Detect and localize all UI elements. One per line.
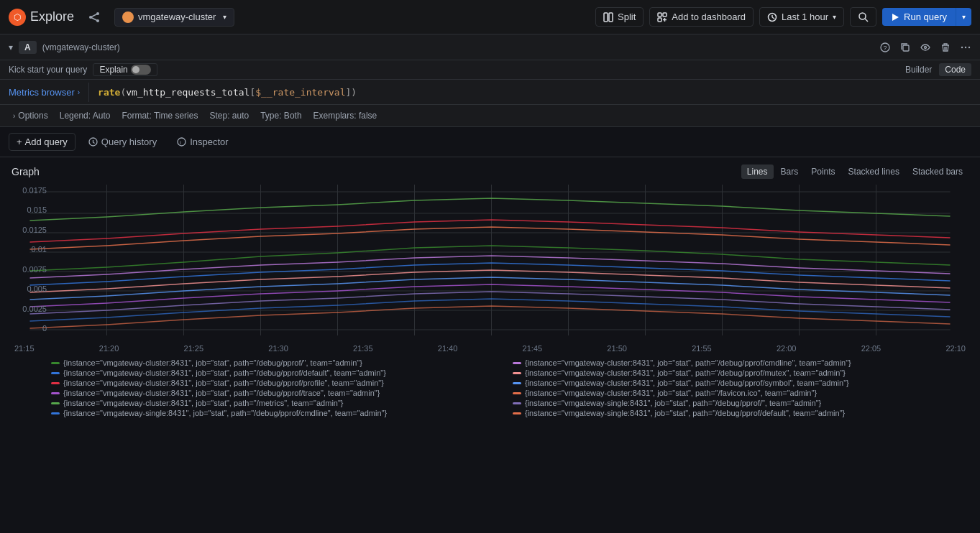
datasource-selector[interactable]: vmgateway-cluster ▾ [114, 8, 234, 27]
query-function: rate [98, 87, 120, 98]
legend-text-7: {instance="vmgateway-cluster:8431", job=… [525, 389, 817, 397]
help-icon: ? [880, 42, 890, 52]
options-toggle-button[interactable]: › Options [9, 109, 52, 122]
time-range-label: Last 1 hour [782, 11, 828, 22]
legend-color-11 [513, 412, 521, 414]
legend-text-8: {instance="vmgateway-cluster:8431", job=… [63, 399, 344, 407]
svg-point-21 [925, 46, 927, 48]
metrics-browser-button[interactable]: Metrics browser › [0, 83, 89, 102]
legend-color-9 [513, 402, 521, 404]
list-item[interactable]: {instance="vmgateway-cluster:8431", job=… [51, 358, 507, 367]
svg-rect-20 [903, 45, 909, 51]
chart-svg [12, 185, 968, 343]
svg-line-14 [772, 17, 774, 19]
svg-point-24 [968, 46, 970, 47]
plus-icon: + [17, 136, 22, 147]
query-input[interactable]: rate(vm_http_requests_total[$__rate_inte… [89, 80, 980, 104]
builder-tab-button[interactable]: Builder [899, 63, 938, 76]
datasource-name: vmgateway-cluster [138, 11, 216, 22]
options-row: › Options Legend: Auto Format: Time seri… [0, 105, 980, 126]
legend-text-1: {instance="vmgateway-cluster:8431", job=… [525, 358, 851, 367]
inspector-tab[interactable]: i Inspector [170, 134, 235, 150]
caret-icon: ▾ [962, 13, 966, 21]
legend-text-0: {instance="vmgateway-cluster:8431", job=… [63, 358, 362, 367]
time-range-chevron: ▾ [833, 13, 836, 21]
list-item[interactable]: {instance="vmgateway-cluster:8431", job=… [513, 389, 968, 397]
add-query-button[interactable]: + Add query [9, 133, 75, 151]
list-item[interactable]: {instance="vmgateway-single:8431", job="… [513, 409, 968, 417]
kick-start-label: Kick start your query [9, 65, 87, 75]
chevron-down-icon: ▾ [223, 13, 226, 21]
code-tab-button[interactable]: Code [939, 63, 971, 76]
x-label-1: 21:20 [99, 344, 119, 353]
list-item[interactable]: {instance="vmgateway-cluster:8431", job=… [513, 358, 968, 367]
legend-text-9: {instance="vmgateway-single:8431", job="… [525, 399, 821, 407]
query-editor: ▾ A (vmgateway-cluster) ? [0, 34, 980, 127]
explain-button[interactable]: Explain [93, 63, 157, 76]
delete-button[interactable] [937, 40, 954, 55]
options-chevron: › [13, 112, 15, 120]
list-item[interactable]: {instance="vmgateway-cluster:8431", job=… [51, 399, 507, 407]
x-label-10: 22:05 [861, 344, 881, 353]
metrics-query-row: Metrics browser › rate(vm_http_requests_… [0, 80, 980, 105]
copy-icon [900, 42, 910, 52]
stacked-lines-view-button[interactable]: Stacked lines [843, 164, 905, 179]
svg-line-16 [865, 19, 868, 22]
bars-view-button[interactable]: Bars [775, 164, 805, 179]
copy-button[interactable] [897, 40, 914, 55]
run-query-button[interactable]: Run query [882, 8, 956, 26]
collapse-button[interactable]: ▾ [6, 41, 16, 54]
y-label-0: 0.0175 [12, 186, 47, 195]
points-view-button[interactable]: Points [805, 164, 841, 179]
metrics-browser-label: Metrics browser [9, 87, 75, 98]
time-range-button[interactable]: Last 1 hour ▾ [759, 7, 844, 27]
search-button[interactable] [850, 7, 876, 27]
x-label-7: 21:50 [607, 344, 627, 353]
query-history-tab[interactable]: Query history [81, 134, 164, 150]
legend-text-5: {instance="vmgateway-cluster:8431", job=… [525, 379, 849, 387]
svg-rect-6 [609, 13, 613, 22]
list-item[interactable]: {instance="vmgateway-cluster:8431", job=… [51, 379, 507, 387]
stacked-bars-view-button[interactable]: Stacked bars [907, 164, 968, 179]
svg-point-23 [965, 46, 966, 47]
lines-view-button[interactable]: Lines [741, 164, 774, 179]
legend-text-6: {instance="vmgateway-cluster:8431", job=… [63, 389, 380, 397]
query-label: A [19, 41, 37, 54]
list-item[interactable]: {instance="vmgateway-single:8431", job="… [513, 399, 968, 407]
list-item[interactable]: {instance="vmgateway-cluster:8431", job=… [51, 369, 507, 377]
split-button[interactable]: Split [595, 7, 644, 27]
play-icon [891, 13, 899, 22]
eye-icon [920, 42, 930, 52]
datasource-icon [122, 11, 134, 23]
history-icon [88, 137, 98, 147]
help-button[interactable]: ? [876, 40, 894, 55]
query-history-label: Query history [101, 136, 157, 147]
list-item[interactable]: {instance="vmgateway-single:8431", job="… [51, 409, 507, 417]
add-dashboard-button[interactable]: Add to dashboard [649, 7, 754, 27]
graph-header: Graph Lines Bars Points Stacked lines St… [12, 164, 968, 179]
legend-color-10 [51, 412, 60, 414]
list-item[interactable]: {instance="vmgateway-cluster:8431", job=… [513, 369, 968, 377]
legend-color-8 [51, 402, 60, 404]
share-button[interactable] [86, 9, 103, 26]
split-icon [603, 12, 613, 22]
inspector-icon: i [177, 137, 186, 147]
legend-color-0 [51, 362, 60, 364]
explain-toggle[interactable] [131, 65, 151, 75]
run-query-caret[interactable]: ▾ [956, 8, 971, 26]
list-item[interactable]: {instance="vmgateway-cluster:8431", job=… [513, 379, 968, 387]
x-label-5: 21:40 [438, 344, 458, 353]
format-option: Format: Time series [117, 111, 202, 121]
add-query-label: Add query [25, 136, 68, 147]
split-label: Split [618, 11, 636, 22]
query-datasource-name: (vmgateway-cluster) [42, 42, 120, 52]
svg-marker-17 [892, 14, 899, 21]
clock-icon [767, 12, 777, 22]
explore-label: Explore [30, 9, 74, 24]
hide-button[interactable] [917, 40, 934, 55]
legend-text-3: {instance="vmgateway-cluster:8431", job=… [525, 369, 846, 377]
svg-point-26 [178, 138, 186, 146]
more-button[interactable] [957, 40, 974, 55]
list-item[interactable]: {instance="vmgateway-cluster:8431", job=… [51, 389, 507, 397]
legend-text-10: {instance="vmgateway-single:8431", job="… [63, 409, 387, 417]
